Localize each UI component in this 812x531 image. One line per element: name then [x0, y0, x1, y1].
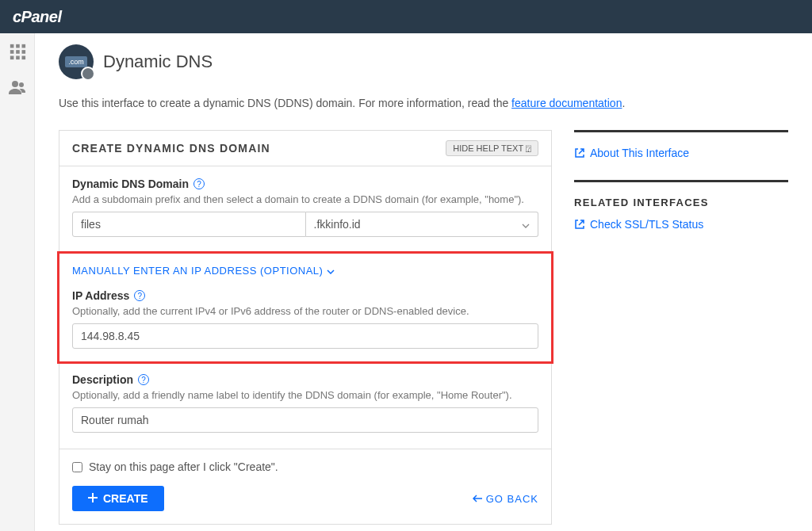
svg-rect-4 — [16, 50, 20, 54]
badge-icon — [81, 67, 95, 81]
ip-input[interactable] — [72, 323, 538, 349]
hide-help-button[interactable]: HIDE HELP TEXT ⍰ — [446, 140, 538, 156]
description-input[interactable] — [72, 407, 538, 433]
intro-prefix: Use this interface to create a dynamic D… — [59, 97, 511, 109]
content-row: CREATE DYNAMIC DNS DOMAIN HIDE HELP TEXT… — [59, 130, 788, 525]
related-block: RELATED INTERFACES Check SSL/TLS Status — [574, 180, 788, 231]
main-column: CREATE DYNAMIC DNS DOMAIN HIDE HELP TEXT… — [59, 130, 552, 525]
description-label: Description — [72, 373, 133, 386]
footer-actions: CREATE GO BACK — [72, 486, 538, 511]
layout: .com Dynamic DNS Use this interface to c… — [0, 33, 812, 531]
svg-point-9 — [12, 81, 18, 87]
card-header: CREATE DYNAMIC DNS DOMAIN HIDE HELP TEXT… — [59, 131, 551, 166]
feature-doc-link[interactable]: feature documentation — [511, 97, 622, 109]
svg-rect-0 — [10, 44, 13, 48]
chevron-down-icon — [522, 218, 530, 231]
users-icon[interactable] — [8, 79, 27, 100]
ip-field: IP Address ? Optionally, add the current… — [72, 289, 538, 349]
svg-rect-8 — [21, 56, 25, 60]
main-content: .com Dynamic DNS Use this interface to c… — [35, 33, 812, 531]
check-ssl-link[interactable]: Check SSL/TLS Status — [574, 218, 788, 231]
brand-logo: cPanel — [13, 8, 61, 26]
domain-select[interactable]: .fkkinfo.id — [306, 212, 539, 237]
plus-icon — [88, 492, 98, 505]
stay-checkbox[interactable] — [72, 462, 82, 472]
left-sidebar — [0, 33, 35, 531]
domain-hint: Add a subdomain prefix and then select a… — [72, 193, 538, 205]
description-field: Description ? Optionally, add a friendly… — [72, 373, 538, 433]
about-interface-link[interactable]: About This Interface — [574, 147, 788, 159]
external-link-icon — [574, 219, 585, 230]
about-block: About This Interface — [574, 130, 788, 159]
stay-checkbox-label: Stay on this page after I click "Create"… — [89, 460, 278, 473]
svg-rect-2 — [21, 44, 25, 48]
help-icon[interactable]: ? — [134, 290, 145, 301]
card-footer: Stay on this page after I click "Create"… — [59, 449, 551, 524]
help-icon[interactable]: ? — [138, 374, 149, 385]
card-title: CREATE DYNAMIC DNS DOMAIN — [72, 142, 270, 155]
create-button-label: CREATE — [103, 492, 148, 505]
ip-highlight-box: MANUALLY ENTER AN IP ADDRESS (OPTIONAL) … — [57, 251, 553, 364]
page-title: Dynamic DNS — [103, 52, 213, 72]
ip-hint: Optionally, add the current IPv4 or IPv6… — [72, 305, 538, 317]
intro-text: Use this interface to create a dynamic D… — [59, 97, 788, 109]
apps-grid-icon[interactable] — [9, 43, 26, 65]
top-bar: cPanel — [0, 0, 812, 33]
arrow-left-icon — [473, 493, 482, 505]
ip-accordion-toggle[interactable]: MANUALLY ENTER AN IP ADDRESS (OPTIONAL) — [72, 265, 538, 277]
ip-label: IP Address — [72, 289, 129, 302]
intro-suffix: . — [622, 97, 625, 109]
hide-help-label: HIDE HELP TEXT — [453, 143, 523, 153]
domain-select-value: .fkkinfo.id — [314, 218, 361, 231]
svg-rect-5 — [21, 50, 25, 54]
question-icon: ⍰ — [526, 143, 531, 153]
create-button[interactable]: CREATE — [72, 486, 164, 511]
domain-field: Dynamic DNS Domain ? Add a subdomain pre… — [72, 178, 538, 237]
svg-rect-3 — [10, 50, 13, 54]
about-link-label: About This Interface — [590, 147, 689, 159]
go-back-label: GO BACK — [486, 493, 538, 505]
chevron-down-icon — [327, 265, 335, 277]
svg-rect-12 — [88, 497, 98, 499]
side-column: About This Interface RELATED INTERFACES … — [574, 130, 788, 251]
svg-rect-6 — [10, 56, 13, 60]
help-icon[interactable]: ? — [193, 178, 205, 189]
card-body: Dynamic DNS Domain ? Add a subdomain pre… — [59, 166, 551, 449]
description-hint: Optionally, add a friendly name label to… — [72, 389, 538, 401]
ip-toggle-label: MANUALLY ENTER AN IP ADDRESS (OPTIONAL) — [72, 265, 323, 277]
related-heading: RELATED INTERFACES — [574, 197, 788, 208]
check-ssl-label: Check SSL/TLS Status — [590, 218, 703, 231]
subdomain-input[interactable] — [72, 212, 306, 237]
create-ddns-card: CREATE DYNAMIC DNS DOMAIN HIDE HELP TEXT… — [59, 130, 552, 525]
domain-input-row: .fkkinfo.id — [72, 212, 538, 237]
domain-label: Dynamic DNS Domain — [72, 178, 189, 190]
go-back-button[interactable]: GO BACK — [473, 493, 538, 505]
stay-checkbox-row[interactable]: Stay on this page after I click "Create"… — [72, 460, 538, 473]
external-link-icon — [574, 147, 585, 159]
svg-rect-1 — [16, 44, 20, 48]
page-header: .com Dynamic DNS — [59, 44, 788, 79]
page-icon: .com — [59, 44, 94, 79]
svg-point-10 — [19, 82, 24, 87]
svg-rect-7 — [16, 56, 20, 60]
